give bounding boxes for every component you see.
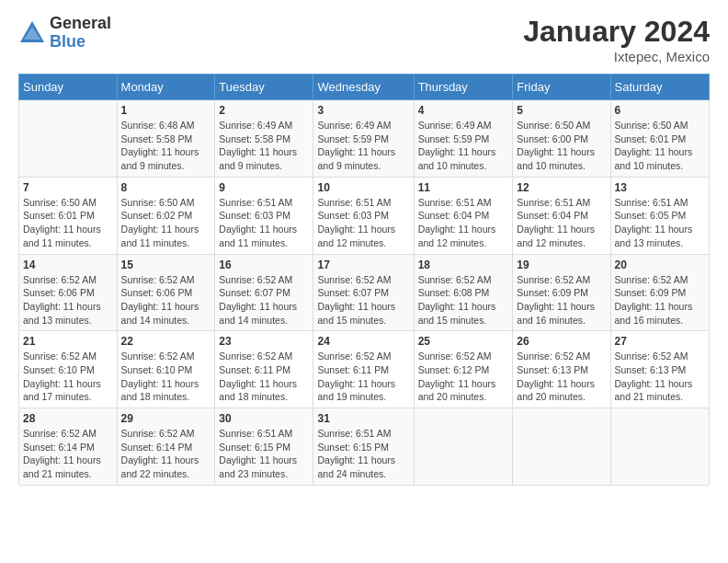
header: General Blue January 2024 Ixtepec, Mexic…	[18, 15, 710, 64]
day-info: Sunrise: 6:51 AM Sunset: 6:15 PM Dayligh…	[219, 427, 309, 481]
calendar-table: Sunday Monday Tuesday Wednesday Thursday…	[18, 74, 710, 486]
day-info: Sunrise: 6:50 AM Sunset: 6:02 PM Dayligh…	[121, 196, 211, 250]
day-number: 23	[219, 335, 309, 348]
calendar-cell: 1Sunrise: 6:48 AM Sunset: 5:58 PM Daylig…	[117, 100, 215, 178]
calendar-cell: 14Sunrise: 6:52 AM Sunset: 6:06 PM Dayli…	[19, 254, 118, 331]
day-info: Sunrise: 6:52 AM Sunset: 6:10 PM Dayligh…	[23, 350, 113, 404]
logo-icon	[18, 19, 46, 47]
col-friday: Friday	[513, 75, 610, 100]
day-number: 28	[23, 412, 113, 425]
day-info: Sunrise: 6:49 AM Sunset: 5:59 PM Dayligh…	[317, 119, 409, 173]
day-number: 29	[121, 412, 211, 425]
week-row-4: 21Sunrise: 6:52 AM Sunset: 6:10 PM Dayli…	[19, 331, 710, 408]
calendar-cell: 5Sunrise: 6:50 AM Sunset: 6:00 PM Daylig…	[513, 100, 610, 178]
day-number: 30	[219, 412, 309, 425]
calendar-cell: 9Sunrise: 6:51 AM Sunset: 6:03 PM Daylig…	[215, 177, 313, 254]
logo-blue-text: Blue	[50, 33, 111, 52]
day-info: Sunrise: 6:52 AM Sunset: 6:12 PM Dayligh…	[418, 350, 509, 404]
day-info: Sunrise: 6:51 AM Sunset: 6:15 PM Dayligh…	[317, 427, 409, 481]
day-info: Sunrise: 6:52 AM Sunset: 6:07 PM Dayligh…	[219, 273, 309, 327]
day-info: Sunrise: 6:50 AM Sunset: 6:01 PM Dayligh…	[615, 119, 705, 173]
calendar-cell: 31Sunrise: 6:51 AM Sunset: 6:15 PM Dayli…	[313, 408, 414, 486]
calendar-cell: 23Sunrise: 6:52 AM Sunset: 6:11 PM Dayli…	[215, 331, 313, 408]
header-row: Sunday Monday Tuesday Wednesday Thursday…	[19, 75, 710, 100]
calendar-cell: 4Sunrise: 6:49 AM Sunset: 5:59 PM Daylig…	[414, 100, 513, 178]
week-row-3: 14Sunrise: 6:52 AM Sunset: 6:06 PM Dayli…	[19, 254, 710, 331]
day-info: Sunrise: 6:48 AM Sunset: 5:58 PM Dayligh…	[121, 119, 211, 173]
col-tuesday: Tuesday	[215, 75, 313, 100]
page: General Blue January 2024 Ixtepec, Mexic…	[0, 0, 728, 563]
day-info: Sunrise: 6:51 AM Sunset: 6:03 PM Dayligh…	[219, 196, 309, 250]
day-info: Sunrise: 6:51 AM Sunset: 6:05 PM Dayligh…	[615, 196, 705, 250]
day-number: 22	[121, 335, 211, 348]
calendar-cell: 24Sunrise: 6:52 AM Sunset: 6:11 PM Dayli…	[313, 331, 414, 408]
day-number: 15	[121, 259, 211, 271]
calendar-cell	[610, 408, 709, 486]
day-number: 4	[418, 104, 509, 117]
calendar-cell: 21Sunrise: 6:52 AM Sunset: 6:10 PM Dayli…	[19, 331, 118, 408]
day-info: Sunrise: 6:52 AM Sunset: 6:06 PM Dayligh…	[121, 273, 211, 327]
day-info: Sunrise: 6:52 AM Sunset: 6:07 PM Dayligh…	[317, 273, 409, 327]
day-info: Sunrise: 6:52 AM Sunset: 6:13 PM Dayligh…	[517, 350, 606, 404]
day-number: 24	[317, 335, 409, 348]
calendar-cell: 13Sunrise: 6:51 AM Sunset: 6:05 PM Dayli…	[610, 177, 709, 254]
day-info: Sunrise: 6:52 AM Sunset: 6:06 PM Dayligh…	[23, 273, 113, 327]
calendar-cell: 20Sunrise: 6:52 AM Sunset: 6:09 PM Dayli…	[610, 254, 709, 331]
col-monday: Monday	[117, 75, 215, 100]
day-info: Sunrise: 6:51 AM Sunset: 6:03 PM Dayligh…	[317, 196, 409, 250]
calendar-cell: 25Sunrise: 6:52 AM Sunset: 6:12 PM Dayli…	[414, 331, 513, 408]
day-info: Sunrise: 6:52 AM Sunset: 6:13 PM Dayligh…	[615, 350, 705, 404]
calendar-cell: 12Sunrise: 6:51 AM Sunset: 6:04 PM Dayli…	[513, 177, 610, 254]
col-saturday: Saturday	[610, 75, 709, 100]
day-number: 11	[418, 181, 509, 194]
day-number: 27	[615, 335, 705, 348]
day-info: Sunrise: 6:52 AM Sunset: 6:09 PM Dayligh…	[517, 273, 606, 327]
day-info: Sunrise: 6:52 AM Sunset: 6:11 PM Dayligh…	[317, 350, 409, 404]
day-info: Sunrise: 6:51 AM Sunset: 6:04 PM Dayligh…	[418, 196, 509, 250]
week-row-1: 1Sunrise: 6:48 AM Sunset: 5:58 PM Daylig…	[19, 100, 710, 178]
title-block: January 2024 Ixtepec, Mexico	[523, 15, 710, 64]
day-number: 19	[517, 259, 606, 271]
calendar-cell: 7Sunrise: 6:50 AM Sunset: 6:01 PM Daylig…	[19, 177, 118, 254]
calendar-cell: 27Sunrise: 6:52 AM Sunset: 6:13 PM Dayli…	[610, 331, 709, 408]
day-number: 13	[615, 181, 705, 194]
calendar-cell: 22Sunrise: 6:52 AM Sunset: 6:10 PM Dayli…	[117, 331, 215, 408]
day-number: 17	[317, 259, 409, 271]
day-number: 18	[418, 259, 509, 271]
calendar-cell: 26Sunrise: 6:52 AM Sunset: 6:13 PM Dayli…	[513, 331, 610, 408]
calendar-cell: 15Sunrise: 6:52 AM Sunset: 6:06 PM Dayli…	[117, 254, 215, 331]
day-number: 20	[615, 259, 705, 271]
calendar-cell: 17Sunrise: 6:52 AM Sunset: 6:07 PM Dayli…	[313, 254, 414, 331]
day-number: 3	[317, 104, 409, 117]
day-info: Sunrise: 6:50 AM Sunset: 6:00 PM Dayligh…	[517, 119, 606, 173]
day-info: Sunrise: 6:52 AM Sunset: 6:14 PM Dayligh…	[121, 427, 211, 481]
day-info: Sunrise: 6:52 AM Sunset: 6:09 PM Dayligh…	[615, 273, 705, 327]
day-info: Sunrise: 6:50 AM Sunset: 6:01 PM Dayligh…	[23, 196, 113, 250]
day-number: 12	[517, 181, 606, 194]
calendar-cell: 11Sunrise: 6:51 AM Sunset: 6:04 PM Dayli…	[414, 177, 513, 254]
calendar-cell: 29Sunrise: 6:52 AM Sunset: 6:14 PM Dayli…	[117, 408, 215, 486]
calendar-cell: 2Sunrise: 6:49 AM Sunset: 5:58 PM Daylig…	[215, 100, 313, 178]
location: Ixtepec, Mexico	[523, 49, 710, 64]
calendar-cell: 6Sunrise: 6:50 AM Sunset: 6:01 PM Daylig…	[610, 100, 709, 178]
day-number: 31	[317, 412, 409, 425]
logo-general-text: General	[50, 15, 111, 33]
day-number: 2	[219, 104, 309, 117]
day-info: Sunrise: 6:52 AM Sunset: 6:08 PM Dayligh…	[418, 273, 509, 327]
calendar-cell: 16Sunrise: 6:52 AM Sunset: 6:07 PM Dayli…	[215, 254, 313, 331]
day-number: 9	[219, 181, 309, 194]
calendar-body: 1Sunrise: 6:48 AM Sunset: 5:58 PM Daylig…	[19, 100, 710, 486]
day-number: 5	[517, 104, 606, 117]
calendar-cell: 30Sunrise: 6:51 AM Sunset: 6:15 PM Dayli…	[215, 408, 313, 486]
day-number: 7	[23, 181, 113, 194]
day-info: Sunrise: 6:52 AM Sunset: 6:14 PM Dayligh…	[23, 427, 113, 481]
day-number: 25	[418, 335, 509, 348]
week-row-2: 7Sunrise: 6:50 AM Sunset: 6:01 PM Daylig…	[19, 177, 710, 254]
calendar-cell: 28Sunrise: 6:52 AM Sunset: 6:14 PM Dayli…	[19, 408, 118, 486]
calendar-cell: 10Sunrise: 6:51 AM Sunset: 6:03 PM Dayli…	[313, 177, 414, 254]
calendar-cell	[19, 100, 118, 178]
calendar-cell: 19Sunrise: 6:52 AM Sunset: 6:09 PM Dayli…	[513, 254, 610, 331]
calendar-cell	[513, 408, 610, 486]
day-number: 21	[23, 335, 113, 348]
day-info: Sunrise: 6:51 AM Sunset: 6:04 PM Dayligh…	[517, 196, 606, 250]
